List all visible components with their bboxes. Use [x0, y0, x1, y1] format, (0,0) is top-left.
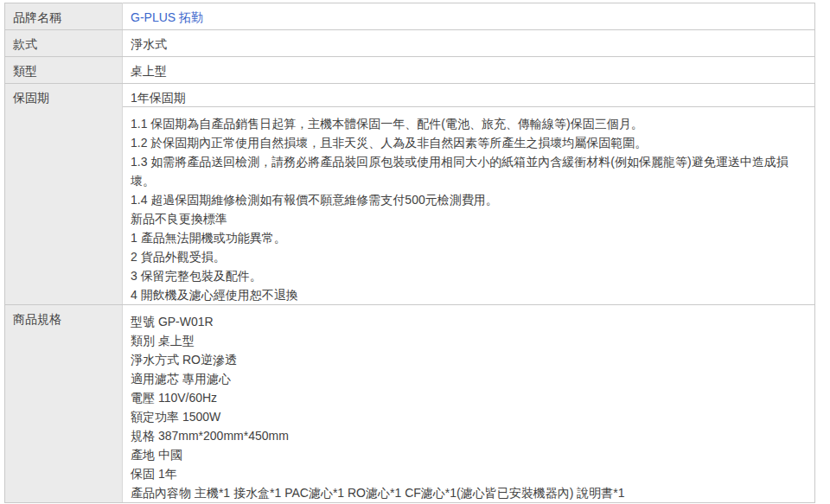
- table-row-type: 類型 桌上型: [5, 57, 815, 84]
- warranty-detail-line: 新品不良更換標準: [131, 209, 793, 228]
- warranty-detail-line: 1.1 保固期為自產品銷售日起算，主機本體保固一年、配件(電池、旅充、傳輸線等)…: [131, 114, 793, 133]
- brand-row-label: 品牌名稱: [5, 3, 123, 30]
- spec-line-purify-method: 淨水方式 RO逆滲透: [131, 350, 793, 369]
- warranty-detail-line: 1.3 如需將產品送回檢測，請務必將產品裝回原包裝或使用相同大小的紙箱並內含緩衝…: [131, 152, 793, 190]
- specs-cell: 型號 GP-W01R 類別 桌上型 淨水方式 RO逆滲透 適用濾芯 專用濾心 電…: [123, 305, 815, 503]
- spec-line-warranty: 保固 1年: [131, 464, 793, 483]
- spec-line-dimensions: 規格 387mm*200mm*450mm: [131, 426, 793, 445]
- table-row-style: 款式 淨水式: [5, 30, 815, 57]
- type-row-value: 桌上型: [123, 57, 815, 84]
- warranty-detail-line: 3 保留完整包裝及配件。: [131, 266, 793, 285]
- spec-line-category: 類別 桌上型: [131, 331, 793, 350]
- warranty-detail-line: 4 開飲機及濾心經使用恕不退換: [131, 285, 793, 304]
- spec-line-contents: 產品內容物 主機*1 接水盒*1 PAC濾心*1 RO濾心*1 CF濾心*1(濾…: [131, 483, 793, 502]
- type-row-label: 類型: [5, 57, 123, 84]
- style-row-value: 淨水式: [123, 30, 815, 57]
- product-spec-section: 品牌名稱 G-PLUS 拓勤 款式 淨水式 類型 桌上型 保固期 1年保固期 1…: [4, 3, 815, 503]
- spec-line-power: 額定功率 1500W: [131, 407, 793, 426]
- warranty-summary: 1年保固期: [123, 84, 815, 107]
- specs-row-label: 商品規格: [5, 305, 123, 503]
- spec-line-origin: 產地 中國: [131, 445, 793, 464]
- warranty-detail-line: 1.2 於保固期內正常使用自然損壞，且非天災、人為及非自然因素等所產生之損壞均屬…: [131, 133, 793, 152]
- spec-line-voltage: 電壓 110V/60Hz: [131, 388, 793, 407]
- table-row-brand: 品牌名稱 G-PLUS 拓勤: [5, 3, 815, 30]
- table-row-warranty-summary: 保固期 1年保固期: [5, 84, 815, 107]
- style-row-label: 款式: [5, 30, 123, 57]
- warranty-detail-line: 1 產品無法開機或功能異常。: [131, 228, 793, 247]
- warranty-detail-line: 2 貨品外觀受損。: [131, 247, 793, 266]
- spec-line-model: 型號 GP-W01R: [131, 312, 793, 331]
- product-spec-table: 品牌名稱 G-PLUS 拓勤 款式 淨水式 類型 桌上型 保固期 1年保固期 1…: [4, 3, 815, 503]
- warranty-detail-line: 1.4 超過保固期維修檢測如有報價不願意維修需支付500元檢測費用。: [131, 190, 793, 209]
- warranty-details-cell: 1.1 保固期為自產品銷售日起算，主機本體保固一年、配件(電池、旅充、傳輸線等)…: [123, 107, 815, 305]
- brand-row-value-cell: G-PLUS 拓勤: [123, 3, 815, 30]
- warranty-row-label: 保固期: [5, 84, 123, 305]
- table-row-specs: 商品規格 型號 GP-W01R 類別 桌上型 淨水方式 RO逆滲透 適用濾芯 專…: [5, 305, 815, 503]
- table-row-warranty-details: 1.1 保固期為自產品銷售日起算，主機本體保固一年、配件(電池、旅充、傳輸線等)…: [5, 107, 815, 305]
- spec-line-filter: 適用濾芯 專用濾心: [131, 369, 793, 388]
- brand-link[interactable]: G-PLUS 拓勤: [131, 10, 203, 24]
